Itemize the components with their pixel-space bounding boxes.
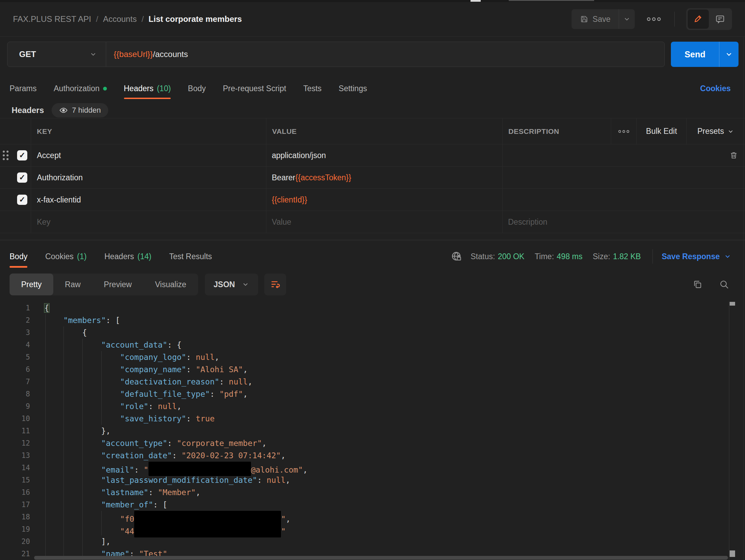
table-row-empty: Key Value Description xyxy=(0,211,745,233)
code-lines: 1{2 "members": [3 {4 "account_data": {5 … xyxy=(0,302,745,560)
row-checkbox-checked[interactable]: ✓ xyxy=(17,150,27,160)
save-button[interactable]: Save xyxy=(572,9,619,29)
save-options-button[interactable] xyxy=(619,9,635,29)
comment-icon xyxy=(715,14,725,24)
view-visualize[interactable]: Visualize xyxy=(143,274,198,295)
breadcrumb-separator: / xyxy=(141,14,144,24)
header-key-cell[interactable]: Authorization xyxy=(31,167,266,188)
line-number: 10 xyxy=(0,412,36,425)
headers-subsection: Headers 7 hidden xyxy=(12,102,108,118)
description-column-header: DESCRIPTION Bulk Edit Presets xyxy=(502,118,745,144)
trash-icon[interactable] xyxy=(729,151,738,160)
tab-settings[interactable]: Settings xyxy=(339,78,367,99)
response-meta: Status: 200 OK Time: 498 ms Size: 1.82 K… xyxy=(451,249,731,264)
breadcrumb-collection[interactable]: FAX.PLUS REST API xyxy=(13,14,91,24)
table-row: ✓ x-fax-clientid {{clientId}} xyxy=(0,189,745,211)
cookies-link[interactable]: Cookies xyxy=(700,84,731,93)
request-url-container: GET {{baseUrl}}/accounts xyxy=(7,42,665,67)
header-key-cell[interactable]: x-fax-clientid xyxy=(31,189,266,211)
view-switcher: Pretty Raw Preview Visualize xyxy=(10,274,198,295)
row-checkbox-checked[interactable]: ✓ xyxy=(17,172,27,183)
more-actions-button[interactable] xyxy=(646,16,661,22)
url-input[interactable]: {{baseUrl}}/accounts xyxy=(106,42,664,67)
line-number: 8 xyxy=(0,388,36,400)
view-pretty[interactable]: Pretty xyxy=(10,274,53,295)
breadcrumb-folder[interactable]: Accounts xyxy=(103,14,137,24)
tab-params[interactable]: Params xyxy=(10,78,37,99)
copy-icon[interactable] xyxy=(692,279,703,290)
row-select-cell: ✓ xyxy=(0,144,31,166)
hidden-headers-toggle[interactable]: 7 hidden xyxy=(52,103,108,117)
request-header-bar: FAX.PLUS REST API / Accounts / List corp… xyxy=(0,2,745,37)
code-line: 12 "account_type": "corporate_member", xyxy=(0,437,745,449)
tab-response-cookies[interactable]: Cookies(1) xyxy=(45,244,86,269)
chevron-down-icon xyxy=(242,281,249,288)
size-value: 1.82 KB xyxy=(613,252,641,261)
edit-comment-toggle xyxy=(686,8,732,30)
line-number: 20 xyxy=(0,535,36,548)
comments-button[interactable] xyxy=(709,10,731,29)
save-response-button[interactable]: Save Response xyxy=(662,252,731,261)
tab-body[interactable]: Body xyxy=(188,78,206,99)
send-options-button[interactable] xyxy=(719,42,739,67)
wrap-lines-button[interactable] xyxy=(264,274,286,295)
send-button[interactable]: Send xyxy=(671,42,719,67)
description-input-placeholder[interactable]: Description xyxy=(502,211,745,233)
divider xyxy=(674,12,675,27)
line-number: 9 xyxy=(0,400,36,412)
drag-handle[interactable] xyxy=(3,151,9,160)
time-value: 498 ms xyxy=(557,252,582,261)
network-info-icon[interactable] xyxy=(451,251,462,262)
request-tabs: Params Authorization Headers(10) Body Pr… xyxy=(10,78,731,99)
tab-response-body[interactable]: Body xyxy=(10,244,27,269)
response-tabs: Body Cookies(1) Headers(14) Test Results xyxy=(10,244,212,269)
header-description-cell[interactable] xyxy=(502,167,745,188)
line-number: 11 xyxy=(0,425,36,437)
line-number: 7 xyxy=(0,376,36,388)
row-checkbox-checked[interactable]: ✓ xyxy=(17,195,27,205)
key-input-placeholder[interactable]: Key xyxy=(31,211,266,233)
tab-headers[interactable]: Headers(10) xyxy=(124,78,171,99)
method-select[interactable]: GET xyxy=(8,42,106,67)
chrome-tab-fragment xyxy=(509,0,594,1)
code-line: 14 "email": "@alohi.com", xyxy=(0,462,745,474)
tab-tests[interactable]: Tests xyxy=(303,78,322,99)
presets-dropdown[interactable]: Presets xyxy=(686,118,745,144)
tab-response-headers[interactable]: Headers(14) xyxy=(104,244,152,269)
line-number: 1 xyxy=(0,302,36,314)
response-toolbar: Pretty Raw Preview Visualize JSON xyxy=(10,273,729,296)
response-body-viewer: 1{2 "members": [3 {4 "account_data": {5 … xyxy=(0,302,745,560)
edit-mode-button[interactable] xyxy=(688,10,709,29)
tab-authorization[interactable]: Authorization xyxy=(54,78,107,99)
row-select-cell xyxy=(0,211,31,233)
bulk-edit-button[interactable]: Bulk Edit xyxy=(636,118,686,144)
code-line: 6 "company_name": "Alohi SA", xyxy=(0,363,745,376)
value-input-placeholder[interactable]: Value xyxy=(266,211,502,233)
code-line: 16 "lastname": "Member", xyxy=(0,486,745,499)
header-value-cell[interactable]: application/json xyxy=(266,144,502,166)
tab-pre-request-script[interactable]: Pre-request Script xyxy=(223,78,286,99)
header-description-cell[interactable] xyxy=(502,144,745,166)
view-raw[interactable]: Raw xyxy=(53,274,92,295)
table-more-options-button[interactable] xyxy=(611,118,636,144)
code-line: 13 "creation_date": "2020-02-23 07:14:42… xyxy=(0,449,745,462)
tab-test-results[interactable]: Test Results xyxy=(169,244,212,269)
format-dropdown[interactable]: JSON xyxy=(205,274,258,295)
header-description-cell[interactable] xyxy=(502,189,745,211)
scrollbar-thumb[interactable] xyxy=(730,550,735,557)
eye-icon xyxy=(59,106,68,115)
code-line: 10 "save_history": true xyxy=(0,412,745,425)
selection-column-header xyxy=(0,118,31,144)
view-preview[interactable]: Preview xyxy=(92,274,143,295)
header-value-cell[interactable]: {{clientId}} xyxy=(266,189,502,211)
header-key-cell[interactable]: Accept xyxy=(31,144,266,166)
horizontal-scrollbar[interactable] xyxy=(34,556,728,560)
wrap-text-icon xyxy=(270,279,281,290)
scrollbar-track xyxy=(729,302,729,560)
header-value-cell[interactable]: Bearer {{accessToken}} xyxy=(266,167,502,188)
breadcrumb-separator: / xyxy=(96,14,98,24)
scrollbar-thumb[interactable] xyxy=(730,302,735,306)
time-label: Time: xyxy=(535,252,554,261)
search-icon[interactable] xyxy=(719,279,729,290)
indent-guide xyxy=(101,511,102,535)
